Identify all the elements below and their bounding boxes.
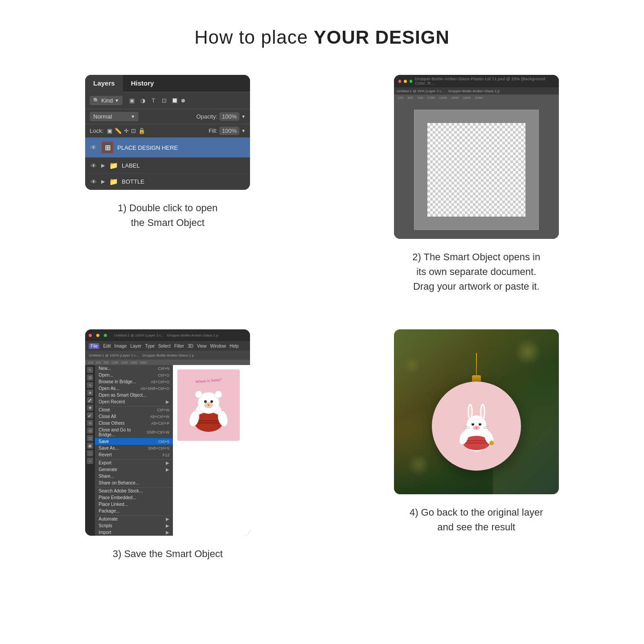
layer-row-label[interactable]: 👁 ▶ 📁 LABEL (85, 158, 250, 174)
ornament-container (432, 353, 521, 471)
menu-package[interactable]: Package... (95, 508, 173, 514)
type-filter-icon[interactable]: T (149, 97, 157, 105)
svg-point-6 (195, 391, 202, 398)
lock-all-icon[interactable]: 🔒 (138, 127, 145, 134)
menu-place-linked[interactable]: Place Linked... (95, 501, 173, 508)
view-menu-item[interactable]: View (197, 344, 207, 349)
menu-close-others[interactable]: Close Others Alt+Ctrl+P (95, 420, 173, 427)
minimize-dot[interactable] (404, 80, 406, 83)
fm-title-bar: Untitled-1 @ 100% (Layer 2 c... Dropper-… (114, 333, 218, 337)
gradient-tool-icon[interactable]: ▦ (87, 443, 93, 449)
lock-pixels-icon[interactable]: ▣ (107, 127, 112, 134)
menu-share[interactable]: Share... (95, 473, 173, 480)
expand-arrow-label[interactable]: ▶ (101, 163, 105, 168)
menu-save-as[interactable]: Save As... Shift+Ctrl+S (95, 445, 173, 451)
svg-point-27 (480, 423, 480, 424)
adjustment-filter-icon[interactable]: ◑ (139, 97, 147, 105)
menu-browse-bridge[interactable]: Browse in Bridge... Alt+Ctrl+O (95, 378, 173, 385)
eyedropper-tool-icon[interactable]: 💉 (87, 397, 93, 403)
menu-close[interactable]: Close Ctrl+W (95, 406, 173, 413)
caption-4: 4) Go back to the original layer and see… (410, 505, 543, 534)
cell-3: Untitled-1 @ 100% (Layer 2 c... Dropper-… (36, 329, 300, 561)
move-tool-icon[interactable]: ↖ (87, 367, 93, 373)
blur-tool-icon[interactable]: ◌ (87, 450, 93, 456)
close-dot[interactable] (398, 80, 401, 83)
3d-menu-item[interactable]: 3D (188, 344, 193, 349)
shape-filter-icon[interactable]: ⊡ (160, 97, 168, 105)
menu-open[interactable]: Open... Ctrl+O (95, 372, 173, 378)
menu-open-as[interactable]: Open As... Alt+Shift+Ctrl+O (95, 385, 173, 392)
file-menu-item[interactable]: File (89, 343, 99, 349)
edit-menu-item[interactable]: Edit (103, 344, 111, 349)
lasso-tool-icon[interactable]: ∿ (87, 382, 93, 388)
select-tool-icon[interactable]: ⊡ (87, 374, 93, 381)
cell-2: Dropper-Bottle-Amber-Glass-Plastic-Lid 1… (345, 75, 609, 294)
menu-open-recent[interactable]: Open Recent ▶ (95, 398, 173, 405)
eraser-tool-icon[interactable]: ◻ (87, 435, 93, 441)
layer-row-design[interactable]: 👁 ⊞ PLACE DESIGN HERE (85, 138, 250, 158)
tab-layers[interactable]: Layers (85, 75, 123, 92)
menu-revert[interactable]: Revert F12 (95, 451, 173, 458)
menu-close-bridge[interactable]: Close and Go to Bridge... Shift+Ctrl+W (95, 427, 173, 438)
menu-save[interactable]: Save Ctrl+S (95, 438, 173, 445)
menu-automate[interactable]: Automate ▶ (95, 515, 173, 522)
image-menu-item[interactable]: Image (115, 344, 127, 349)
menu-close-all[interactable]: Close All Alt+Ctrl+W (95, 413, 173, 420)
lock-artboard-icon[interactable]: ⊡ (131, 127, 136, 134)
filter-icons: ▣ ◑ T ⊡ 🔲 (128, 97, 185, 105)
lock-move-icon[interactable]: ✛ (124, 127, 129, 134)
fm-maximize-dot[interactable] (104, 334, 107, 337)
layer-row-bottle[interactable]: 👁 ▶ 📁 BOTTLE (85, 174, 250, 190)
svg-point-9 (204, 400, 207, 403)
history-brush-tool-icon[interactable]: ◷ (87, 427, 93, 434)
caption-2: 2) The Smart Object opens in its own sep… (412, 250, 540, 294)
type-menu-item[interactable]: Type (145, 344, 155, 349)
dodge-tool-icon[interactable]: ○ (87, 458, 93, 464)
instruction-grid: Layers History 🔍 Kind ▼ ▣ ◑ T ⊡ � (36, 75, 608, 561)
heal-tool-icon[interactable]: ✚ (87, 405, 93, 411)
menu-export[interactable]: Export ▶ (95, 459, 173, 466)
filter-menu-item[interactable]: Filter (174, 344, 184, 349)
visibility-icon-design[interactable]: 👁 (90, 144, 98, 152)
svg-point-10 (210, 400, 213, 403)
layer-name-design: PLACE DESIGN HERE (117, 144, 178, 151)
blend-mode-dropdown[interactable]: Normal ▼ (90, 112, 139, 121)
fill-value[interactable]: 100% (219, 127, 239, 135)
maximize-dot[interactable] (410, 80, 412, 83)
menu-generate[interactable]: Generate ▶ (95, 466, 173, 473)
help-menu-item[interactable]: Help (230, 344, 239, 349)
folder-icon-label: 📁 (109, 161, 118, 170)
tab-history[interactable]: History (123, 75, 162, 92)
expand-arrow-bottle[interactable]: ▶ (101, 179, 105, 185)
clone-tool-icon[interactable]: ⊙ (87, 420, 93, 426)
toolbar-text: Untitled-1 @ 100% (Layer 2 c... Dropper-… (89, 353, 194, 357)
lock-paint-icon[interactable]: ✏️ (115, 127, 122, 134)
fm-close-dot[interactable] (89, 334, 92, 337)
brush-tool-icon[interactable]: 🖌 (87, 412, 93, 418)
smart-object-thumb: ⊞ (101, 141, 114, 154)
folder-icon-bottle: 📁 (109, 177, 118, 186)
ruler-text: 100 300 500 1290 1490 1690 1890 (88, 361, 147, 364)
menu-scripts[interactable]: Scripts ▶ (95, 522, 173, 529)
cell-4: 4) Go back to the original layer and see… (345, 329, 609, 561)
layer-menu-item[interactable]: Layer (130, 344, 141, 349)
window-menu-item[interactable]: Window (210, 344, 226, 349)
menu-share-behance[interactable]: Share on Behance... (95, 480, 173, 486)
smart-filter-icon[interactable]: 🔲 (171, 97, 179, 105)
filter-toggle-dot[interactable] (181, 99, 185, 103)
menu-import[interactable]: Import ▶ (95, 529, 173, 536)
visibility-icon-label[interactable]: 👁 (90, 162, 98, 170)
select-menu-item[interactable]: Select (158, 344, 171, 349)
kind-dropdown[interactable]: 🔍 Kind ▼ (90, 96, 123, 105)
fm-left-tools: ↖ ⊡ ∿ ⊕ 💉 ✚ 🖌 ⊙ ◷ ◻ ▦ ◌ ○ (85, 365, 95, 536)
opacity-value[interactable]: 100% (219, 112, 239, 121)
menu-new[interactable]: New... Ctrl+N (95, 365, 173, 372)
pixel-filter-icon[interactable]: ▣ (128, 97, 136, 105)
fm-minimize-dot[interactable] (96, 334, 99, 337)
menu-open-smart[interactable]: Open as Smart Object... (95, 392, 173, 398)
cell-1: Layers History 🔍 Kind ▼ ▣ ◑ T ⊡ � (36, 75, 300, 294)
menu-place-embedded[interactable]: Place Embedded... (95, 494, 173, 501)
crop-tool-icon[interactable]: ⊕ (87, 390, 93, 396)
visibility-icon-bottle[interactable]: 👁 (90, 178, 98, 186)
menu-search-stock[interactable]: Search Adobe Stock... (95, 487, 173, 494)
